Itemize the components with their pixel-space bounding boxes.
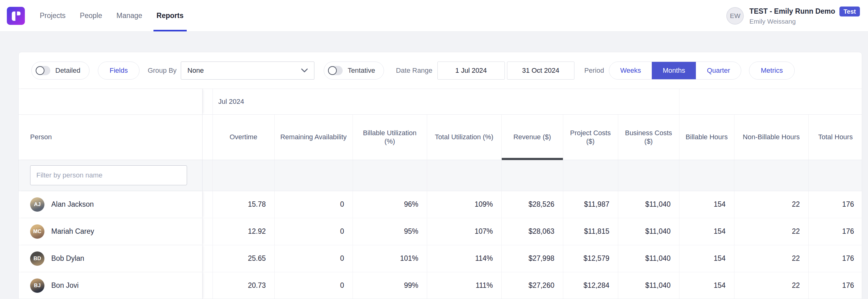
cell-value: 109% <box>427 191 501 218</box>
metrics-button[interactable]: Metrics <box>749 62 795 80</box>
filter-row-sliver <box>202 160 213 191</box>
nav-item-manage[interactable]: Manage <box>113 0 146 31</box>
cell-value: 176 <box>808 272 862 299</box>
data-row-sliver <box>202 245 213 272</box>
nav-item-reports[interactable]: Reports <box>153 0 187 31</box>
column-header-total-utilization[interactable]: Total Utilization (%) <box>427 114 501 160</box>
cell-value: 154 <box>679 218 734 245</box>
person-name: Bon Jovi <box>51 281 79 290</box>
cell-value: 0 <box>274 245 352 272</box>
cell-value: 154 <box>679 191 734 218</box>
cell-value: 176 <box>808 191 862 218</box>
cell-value: 25.65 <box>213 245 274 272</box>
person-filter-cell <box>19 160 202 191</box>
nav-item-people[interactable]: People <box>76 0 106 31</box>
cell-value: $11,987 <box>563 191 618 218</box>
person-avatar: AJ <box>30 197 44 212</box>
person-cell: AJAlan Jackson <box>19 191 202 218</box>
column-header-total-hours[interactable]: Total Hours <box>808 114 862 160</box>
cell-value: $11,040 <box>618 218 679 245</box>
detailed-toggle-label: Detailed <box>55 66 81 74</box>
account-menu[interactable]: EW TEST - Emily Runn Demo Test Emily Wei… <box>726 6 860 25</box>
date-range-label: Date Range <box>396 66 432 74</box>
group-by-select[interactable]: None <box>181 62 314 80</box>
cell-value: $27,260 <box>501 272 563 299</box>
group-by-value: None <box>187 66 301 74</box>
person-cell: BDBob Dylan <box>19 245 202 272</box>
cell-value: 107% <box>427 218 501 245</box>
person-avatar: BD <box>30 251 44 266</box>
period-label: Period <box>584 66 604 74</box>
tentative-toggle-track[interactable] <box>328 66 343 75</box>
person-row-trigger[interactable]: MCMariah Carey <box>19 225 202 239</box>
cell-value: 114% <box>427 245 501 272</box>
filter-row-cell-2 <box>352 160 427 191</box>
month-row-sliver <box>202 89 213 114</box>
cell-value: 0 <box>274 218 352 245</box>
filter-row-cell-3 <box>427 160 501 191</box>
cell-value: 154 <box>679 272 734 299</box>
person-name: Bob Dylan <box>51 254 84 263</box>
month-row-person-spacer <box>19 89 202 114</box>
period-segmented-control: WeeksMonthsQuarter <box>609 62 741 80</box>
column-header-non-billable-hours[interactable]: Non-Billable Hours <box>734 114 808 160</box>
column-header-project-costs[interactable]: Project Costs ($) <box>563 114 618 160</box>
person-row-trigger[interactable]: BDBob Dylan <box>19 251 202 266</box>
detailed-toggle-knob[interactable] <box>36 66 44 75</box>
cell-value: 0 <box>274 191 352 218</box>
cell-value: 15.78 <box>213 191 274 218</box>
filter-row-cell-1 <box>274 160 352 191</box>
person-row-trigger[interactable]: AJAlan Jackson <box>19 197 202 212</box>
fields-button[interactable]: Fields <box>98 62 140 80</box>
table-row: BJBon Jovi20.73099%111%$27,260$12,284$11… <box>19 272 862 299</box>
people-report-table: Jul 2024PersonOvertimeRemaining Availabi… <box>19 89 862 299</box>
column-header-remaining-availability[interactable]: Remaining Availability <box>274 114 352 160</box>
cell-value: $11,040 <box>618 245 679 272</box>
cell-value: 22 <box>734 218 808 245</box>
data-row-sliver <box>202 272 213 299</box>
cell-value: 176 <box>808 245 862 272</box>
cell-value: $11,815 <box>563 218 618 245</box>
account-subtitle: Emily Weissang <box>749 18 860 25</box>
month-header-row: Jul 2024 <box>19 89 862 114</box>
person-cell: BJBon Jovi <box>19 272 202 299</box>
account-avatar[interactable]: EW <box>726 7 744 25</box>
account-title: TEST - Emily Runn Demo <box>749 7 835 16</box>
person-filter-input[interactable] <box>30 166 187 185</box>
nav-item-projects[interactable]: Projects <box>36 0 69 31</box>
cell-value: 176 <box>808 218 862 245</box>
column-header-billable-utilization[interactable]: Billable Utilization (%) <box>352 114 427 160</box>
period-option-months[interactable]: Months <box>652 62 696 79</box>
cell-value: 12.92 <box>213 218 274 245</box>
tentative-toggle-knob[interactable] <box>328 66 337 75</box>
filter-row-cell-7 <box>679 160 734 191</box>
person-row-trigger[interactable]: BJBon Jovi <box>19 278 202 293</box>
month-header-cell: Jul 2024 <box>213 89 679 114</box>
cell-value: 22 <box>734 245 808 272</box>
runn-logo-icon[interactable] <box>7 7 25 25</box>
cell-value: 20.73 <box>213 272 274 299</box>
cell-value: 101% <box>352 245 427 272</box>
cell-value: 95% <box>352 218 427 245</box>
chevron-down-icon <box>301 68 308 73</box>
table-row: MCMariah Carey12.92095%107%$28,063$11,81… <box>19 218 862 245</box>
cell-value: 22 <box>734 272 808 299</box>
person-name: Alan Jackson <box>51 200 94 209</box>
cell-value: 22 <box>734 191 808 218</box>
detailed-toggle-track[interactable] <box>35 66 50 75</box>
person-avatar: BJ <box>30 278 44 293</box>
table-row: AJAlan Jackson15.78096%109%$28,526$11,98… <box>19 191 862 218</box>
column-header-overtime[interactable]: Overtime <box>213 114 274 160</box>
detailed-toggle[interactable]: Detailed <box>31 62 90 80</box>
date-to-input[interactable] <box>507 62 575 80</box>
date-from-input[interactable] <box>437 62 505 80</box>
person-column-header: Person <box>19 114 202 160</box>
cell-value: 0 <box>274 272 352 299</box>
column-header-revenue[interactable]: Revenue ($) <box>501 114 563 160</box>
column-header-business-costs[interactable]: Business Costs ($) <box>618 114 679 160</box>
tentative-toggle[interactable]: Tentative <box>324 62 384 80</box>
period-option-weeks[interactable]: Weeks <box>609 62 652 79</box>
column-header-billable-hours[interactable]: Billable Hours <box>679 114 734 160</box>
period-option-quarter[interactable]: Quarter <box>696 62 741 79</box>
cell-value: $12,284 <box>563 272 618 299</box>
